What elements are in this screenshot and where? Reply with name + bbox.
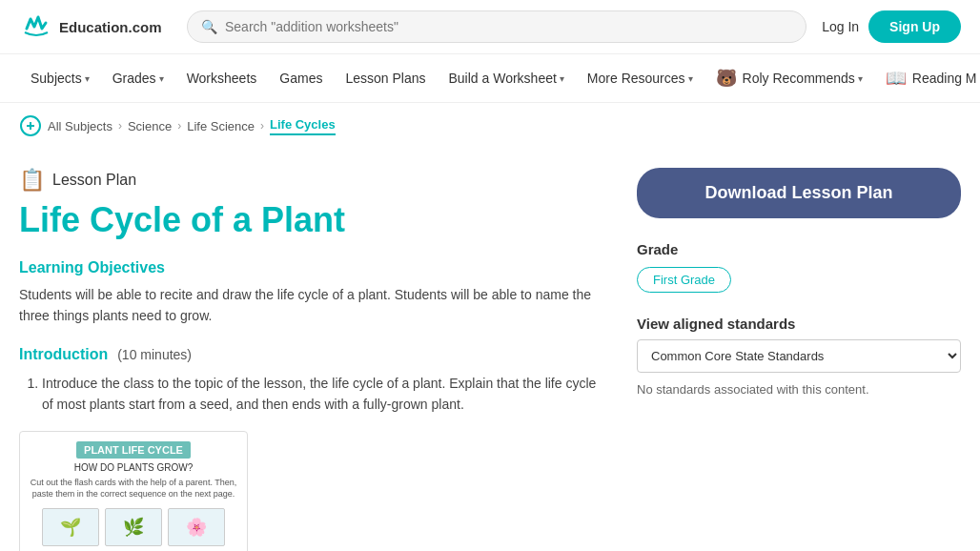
intro-list: Introduce the class to the topic of the … [42, 373, 599, 416]
standards-label: View aligned standards [637, 316, 961, 332]
introduction-title: Introduction [19, 346, 108, 362]
breadcrumb-life-cycles: Life Cycles [270, 117, 336, 135]
grade-label: Grade [637, 241, 961, 257]
main-content: 📋 Lesson Plan Life Cycle of a Plant Lear… [0, 149, 980, 551]
chevron-down-icon: ▾ [560, 73, 564, 84]
login-button[interactable]: Log In [822, 19, 859, 34]
download-lesson-plan-button[interactable]: Download Lesson Plan [637, 168, 961, 218]
svg-rect-0 [19, 10, 53, 44]
header-actions: Log In Sign Up [822, 10, 961, 43]
breadcrumb: All Subjects › Science › Life Science › … [0, 103, 980, 149]
plant-card-2: 🌿 [105, 508, 162, 546]
grade-badge: First Grade [637, 267, 731, 293]
lesson-content: 📋 Lesson Plan Life Cycle of a Plant Lear… [19, 168, 637, 551]
chevron-down-icon: ▾ [159, 73, 164, 84]
nav-grades[interactable]: Grades ▾ [101, 57, 175, 99]
breadcrumb-all-subjects[interactable]: All Subjects [48, 119, 112, 133]
search-bar: 🔍 [187, 10, 806, 43]
breadcrumb-science[interactable]: Science [128, 119, 172, 133]
plant-card-title: PLANT LIFE CYCLE [76, 441, 191, 459]
search-input[interactable] [225, 19, 792, 34]
plant-card-1: 🌱 [42, 508, 99, 546]
breadcrumb-sep-2: › [177, 119, 181, 133]
nav-more-resources[interactable]: More Resources ▾ [576, 57, 704, 99]
logo[interactable]: Education.com [19, 10, 172, 44]
all-subjects-icon [19, 114, 42, 137]
nav-roly-recommends[interactable]: 🐻 Roly Recommends ▾ [704, 54, 874, 102]
nav-lesson-plans[interactable]: Lesson Plans [334, 57, 437, 99]
intro-list-item: Introduce the class to the topic of the … [42, 373, 599, 416]
nav-build-worksheet[interactable]: Build a Worksheet ▾ [437, 57, 575, 99]
nav-reading[interactable]: 📖 Reading M [874, 54, 980, 102]
learning-objectives-body: Students will be able to recite and draw… [19, 284, 599, 327]
nav-worksheets[interactable]: Worksheets [175, 57, 269, 99]
nav-subjects[interactable]: Subjects ▾ [19, 57, 101, 99]
chevron-down-icon: ▾ [85, 73, 90, 84]
main-nav: Subjects ▾ Grades ▾ Worksheets Games Les… [0, 54, 980, 103]
clipboard-icon: 📋 [19, 168, 45, 193]
lesson-label: 📋 Lesson Plan [19, 168, 599, 193]
plant-card-body: Cut out the flash cards with the help of… [30, 477, 237, 500]
lesson-sidebar: Download Lesson Plan Grade First Grade V… [637, 168, 961, 551]
signup-button[interactable]: Sign Up [868, 10, 961, 43]
chevron-down-icon: ▾ [688, 73, 693, 84]
learning-objectives-title: Learning Objectives [19, 259, 599, 276]
standards-select[interactable]: Common Core State Standards [637, 339, 961, 373]
chevron-down-icon: ▾ [858, 73, 863, 84]
book-icon: 📖 [886, 68, 907, 89]
plant-card-subtitle: HOW DO PLANTS GROW? [74, 462, 193, 473]
lesson-title: Life Cycle of a Plant [19, 200, 599, 240]
roly-icon: 🐻 [716, 68, 737, 89]
plant-card-row: 🌱 🌿 🌸 [42, 508, 225, 546]
header: Education.com 🔍 Log In Sign Up [0, 0, 980, 54]
search-icon: 🔍 [201, 19, 217, 34]
plant-card-3: 🌸 [168, 508, 225, 546]
breadcrumb-sep-1: › [118, 119, 122, 133]
logo-text: Education.com [59, 19, 162, 35]
introduction-section: Introduction (10 minutes) Introduce the … [19, 346, 599, 416]
breadcrumb-life-science[interactable]: Life Science [187, 119, 255, 133]
plant-image-box: PLANT LIFE CYCLE HOW DO PLANTS GROW? Cut… [19, 431, 248, 551]
breadcrumb-sep-3: › [260, 119, 264, 133]
no-standards-text: No standards associated with this conten… [637, 382, 961, 397]
nav-games[interactable]: Games [268, 57, 334, 99]
introduction-time: (10 minutes) [117, 347, 192, 362]
